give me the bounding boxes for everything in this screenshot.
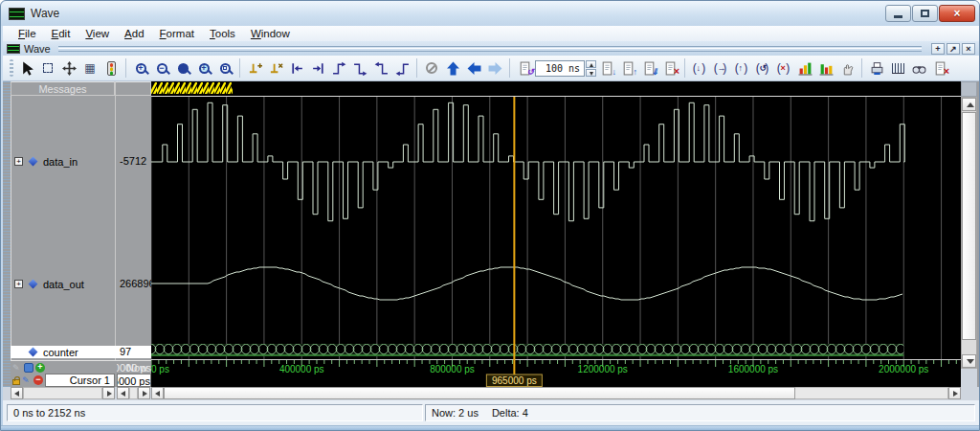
menu-item-view[interactable]: View bbox=[78, 26, 117, 41]
menu-item-edit[interactable]: Edit bbox=[44, 26, 78, 41]
no-force-button[interactable] bbox=[421, 57, 442, 79]
delete-wave-button[interactable]: × bbox=[929, 57, 950, 79]
run-all-button[interactable]: ⇓ bbox=[638, 57, 659, 79]
cursors-list-icon[interactable] bbox=[24, 363, 33, 373]
step-over-button[interactable]: → bbox=[710, 57, 731, 79]
signal-names-panel[interactable] bbox=[11, 96, 115, 360]
waveform-canvas[interactable]: 0 ps400000 ps800000 ps1200000 ps1600000 … bbox=[151, 81, 961, 387]
back-button[interactable] bbox=[463, 57, 484, 79]
cursor-value[interactable]: 965000 ps bbox=[117, 374, 151, 387]
step-out-button[interactable]: ↑ bbox=[731, 57, 752, 79]
close-button[interactable]: × bbox=[939, 5, 975, 22]
break-button[interactable]: × bbox=[659, 57, 680, 79]
names-scroll-left-icon[interactable] bbox=[11, 387, 23, 399]
expanded-time-button[interactable] bbox=[887, 57, 908, 79]
step-current-button[interactable]: ↺ bbox=[752, 57, 773, 79]
previous-rising-edge-button[interactable] bbox=[370, 57, 391, 79]
run-button[interactable]: ↓ bbox=[596, 57, 617, 79]
edit-grid-mode-button[interactable]: ▦ bbox=[79, 57, 100, 79]
expand-icon[interactable] bbox=[14, 157, 23, 166]
zoom-full-button[interactable] bbox=[172, 57, 193, 79]
values-scroll-left-icon[interactable] bbox=[117, 387, 129, 399]
up-scope-button[interactable] bbox=[442, 57, 463, 79]
lock-cursor-icon[interactable] bbox=[12, 379, 20, 385]
signal-row-data-in[interactable]: data_in -5712 bbox=[11, 155, 151, 168]
zoom-in-button[interactable]: + bbox=[130, 57, 151, 79]
maximize-button[interactable] bbox=[912, 5, 938, 22]
run-length-input[interactable] bbox=[535, 60, 585, 77]
scroll-up-icon[interactable] bbox=[962, 98, 976, 111]
signal-row-data-out[interactable]: data_out 26689652 bbox=[11, 278, 151, 290]
values-scroll-right-icon[interactable] bbox=[138, 387, 150, 399]
edit-cursor-icon[interactable]: ✎ bbox=[12, 363, 22, 373]
menu-item-add[interactable]: Add bbox=[117, 26, 151, 41]
spinner-up-icon[interactable] bbox=[586, 60, 596, 68]
menu-item-tools[interactable]: Tools bbox=[202, 26, 243, 41]
names-scroll-right-icon[interactable] bbox=[102, 387, 115, 399]
delete-cursor-button[interactable] bbox=[265, 57, 286, 79]
previous-falling-edge-button[interactable] bbox=[391, 57, 412, 79]
stop-sim-button[interactable] bbox=[100, 57, 122, 79]
pause-button[interactable] bbox=[836, 57, 858, 79]
sim-status: Now: 2 us Delta: 4 bbox=[425, 404, 975, 421]
menu-item-file[interactable]: File bbox=[11, 26, 44, 41]
zoom-mode-button[interactable] bbox=[37, 57, 58, 79]
next-rising-edge-icon bbox=[332, 61, 346, 76]
signal-values-panel[interactable] bbox=[115, 96, 151, 360]
wave-scroll-thumb[interactable] bbox=[164, 387, 795, 399]
zoom-in-active-button[interactable]: + bbox=[193, 57, 214, 79]
svg-text:0 ps: 0 ps bbox=[151, 364, 169, 374]
delete-cursor-row-icon[interactable]: − bbox=[33, 375, 43, 385]
signal-row-counter[interactable]: counter 97 bbox=[11, 346, 151, 358]
pane-dock-button[interactable]: + bbox=[931, 43, 945, 55]
continue-run-button[interactable]: ↑ bbox=[617, 57, 638, 79]
no-force-icon bbox=[426, 62, 437, 74]
cursor-row[interactable]: ✎ − Cursor 1 965000 ps bbox=[11, 374, 151, 387]
forward-button[interactable] bbox=[484, 57, 505, 79]
zoom-out-button[interactable]: − bbox=[151, 57, 172, 79]
previous-transition-button[interactable] bbox=[286, 57, 307, 79]
pane-close-button[interactable]: × bbox=[962, 43, 975, 55]
waveform-svg[interactable]: 0 ps400000 ps800000 ps1200000 ps1600000 … bbox=[151, 81, 961, 387]
minimize-button[interactable] bbox=[885, 5, 911, 22]
values-column-header[interactable] bbox=[115, 81, 151, 96]
memory-profile-button[interactable] bbox=[815, 57, 836, 79]
wave-scroll-right-icon[interactable] bbox=[948, 387, 961, 399]
find-button[interactable] bbox=[908, 57, 929, 79]
cursor-name[interactable]: Cursor 1 bbox=[45, 374, 115, 387]
pane-undock-button[interactable]: ↗ bbox=[947, 43, 960, 55]
step-button[interactable]: ↓ bbox=[689, 57, 710, 79]
wave-scroll-left-icon[interactable] bbox=[151, 387, 164, 399]
scroll-down-icon[interactable] bbox=[962, 354, 976, 368]
rename-cursor-icon[interactable]: ✎ bbox=[22, 375, 32, 385]
values-scroll-track[interactable] bbox=[129, 387, 138, 399]
pane-grab-strip[interactable] bbox=[3, 81, 11, 387]
vertical-scroll-thumb[interactable] bbox=[962, 112, 976, 340]
names-scroll-track[interactable] bbox=[23, 387, 102, 399]
insert-cursor-button[interactable] bbox=[244, 57, 265, 79]
stop-step-button[interactable]: × bbox=[773, 57, 794, 79]
restart-button[interactable]: ↺ bbox=[514, 57, 535, 79]
pane-drag-grip[interactable] bbox=[58, 46, 922, 52]
pane-header[interactable]: Wave + ↗ × bbox=[3, 41, 979, 56]
toolbar-grip[interactable] bbox=[10, 59, 13, 77]
vertical-scrollbar[interactable] bbox=[961, 97, 977, 369]
next-rising-edge-button[interactable] bbox=[328, 57, 349, 79]
run-length-spinner[interactable] bbox=[586, 60, 596, 77]
names-column-header[interactable]: Messages bbox=[11, 81, 115, 96]
expand-icon[interactable] bbox=[14, 280, 23, 288]
select-pointer-button[interactable] bbox=[16, 57, 37, 79]
next-falling-edge-button[interactable] bbox=[349, 57, 370, 79]
next-transition-button[interactable] bbox=[307, 57, 328, 79]
menu-item-window[interactable]: Window bbox=[243, 26, 298, 41]
pan-mode-button[interactable] bbox=[58, 57, 79, 79]
zoom-range-button[interactable] bbox=[214, 57, 235, 79]
add-cursor-icon[interactable]: + bbox=[35, 363, 45, 373]
close-icon: × bbox=[953, 8, 960, 19]
export-print-button[interactable] bbox=[866, 57, 887, 79]
menu-item-format[interactable]: Format bbox=[152, 26, 202, 41]
next-falling-edge-icon bbox=[353, 61, 368, 76]
performance-profile-button[interactable] bbox=[794, 57, 815, 79]
spinner-down-icon[interactable] bbox=[586, 69, 596, 77]
now-row: ✎ + Now 2000000 ps bbox=[11, 360, 151, 374]
